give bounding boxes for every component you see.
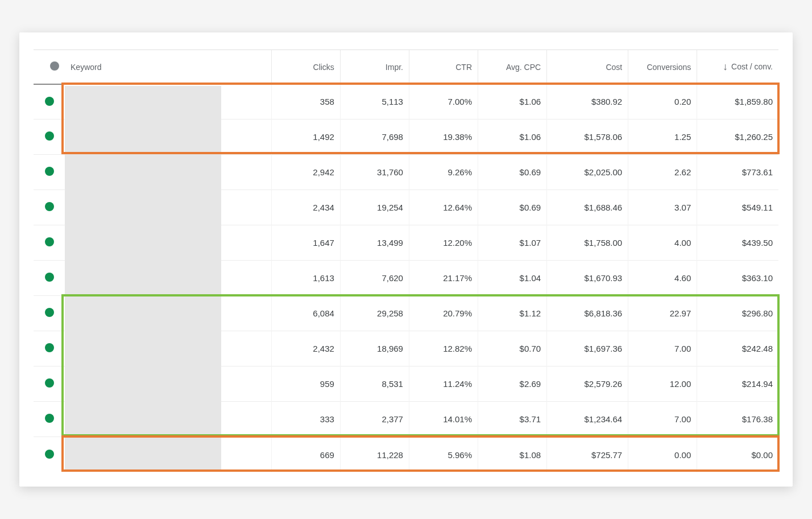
conversions-cell: 1.25 xyxy=(628,120,697,155)
status-active-icon xyxy=(45,343,54,352)
cost_conv-cell: $549.11 xyxy=(697,190,778,225)
column-header-status[interactable] xyxy=(34,50,65,84)
impr-cell: 2,377 xyxy=(340,402,409,437)
status-active-icon xyxy=(45,378,54,388)
conversions-cell: 0.00 xyxy=(628,437,697,472)
status-cell[interactable] xyxy=(34,261,65,296)
cost-cell: $380.92 xyxy=(547,84,628,120)
clicks-cell: 2,434 xyxy=(271,190,340,225)
cost_conv-cell: $1,260.25 xyxy=(697,120,778,155)
keywords-report-card: Keyword Clicks Impr. CTR Avg. CPC Cost C… xyxy=(19,32,793,487)
status-active-icon xyxy=(45,414,54,423)
cost-cell: $2,025.00 xyxy=(547,155,628,190)
cost-cell: $1,670.93 xyxy=(547,261,628,296)
cost_conv-cell: $363.10 xyxy=(697,261,778,296)
cost_conv-cell: $773.61 xyxy=(697,155,778,190)
impr-cell: 8,531 xyxy=(340,366,409,402)
avg_cpc-cell: $0.69 xyxy=(478,155,547,190)
conversions-cell: 3.07 xyxy=(628,190,697,225)
cost-cell: $1,578.06 xyxy=(547,120,628,155)
avg_cpc-cell: $3.71 xyxy=(478,402,547,437)
ctr-cell: 12.64% xyxy=(409,190,478,225)
conversions-cell: 4.00 xyxy=(628,225,697,261)
table-container: Keyword Clicks Impr. CTR Avg. CPC Cost C… xyxy=(34,50,778,472)
ctr-cell: 14.01% xyxy=(409,402,478,437)
ctr-cell: 7.00% xyxy=(409,84,478,120)
status-active-icon xyxy=(45,131,54,141)
impr-cell: 7,620 xyxy=(340,261,409,296)
status-active-icon xyxy=(45,450,54,459)
clicks-cell: 6,084 xyxy=(271,296,340,331)
status-active-icon xyxy=(45,237,54,246)
status-cell[interactable] xyxy=(34,155,65,190)
cost_conv-cell: $439.50 xyxy=(697,225,778,261)
cost-cell: $1,758.00 xyxy=(547,225,628,261)
cost-cell: $6,818.36 xyxy=(547,296,628,331)
column-header-impr[interactable]: Impr. xyxy=(340,50,409,84)
cost-conv-label: Cost / conv. xyxy=(731,62,773,72)
ctr-cell: 19.38% xyxy=(409,120,478,155)
conversions-cell: 22.97 xyxy=(628,296,697,331)
column-header-clicks[interactable]: Clicks xyxy=(271,50,340,84)
ctr-cell: 21.17% xyxy=(409,261,478,296)
status-active-icon xyxy=(45,273,54,282)
column-header-avg-cpc[interactable]: Avg. CPC xyxy=(478,50,547,84)
table-header-row: Keyword Clicks Impr. CTR Avg. CPC Cost C… xyxy=(34,50,778,84)
cost_conv-cell: $176.38 xyxy=(697,402,778,437)
status-cell[interactable] xyxy=(34,437,65,472)
conversions-cell: 7.00 xyxy=(628,402,697,437)
status-active-icon xyxy=(45,308,54,317)
cost-cell: $1,688.46 xyxy=(547,190,628,225)
status-cell[interactable] xyxy=(34,190,65,225)
cost-cell: $1,234.64 xyxy=(547,402,628,437)
status-cell[interactable] xyxy=(34,84,65,120)
ctr-cell: 9.26% xyxy=(409,155,478,190)
avg_cpc-cell: $1.07 xyxy=(478,225,547,261)
avg_cpc-cell: $0.69 xyxy=(478,190,547,225)
avg_cpc-cell: $0.70 xyxy=(478,331,547,366)
sort-descending-icon: ↓ xyxy=(723,61,728,73)
column-header-cost[interactable]: Cost xyxy=(547,50,628,84)
impr-cell: 13,499 xyxy=(340,225,409,261)
column-header-keyword[interactable]: Keyword xyxy=(65,50,271,84)
cost-cell: $2,579.26 xyxy=(547,366,628,402)
cost-cell: $725.77 xyxy=(547,437,628,472)
impr-cell: 19,254 xyxy=(340,190,409,225)
clicks-cell: 669 xyxy=(271,437,340,472)
avg_cpc-cell: $1.04 xyxy=(478,261,547,296)
conversions-cell: 0.20 xyxy=(628,84,697,120)
impr-cell: 29,258 xyxy=(340,296,409,331)
clicks-cell: 1,647 xyxy=(271,225,340,261)
clicks-cell: 2,942 xyxy=(271,155,340,190)
status-cell[interactable] xyxy=(34,296,65,331)
redacted-keyword-overlay xyxy=(65,86,221,469)
conversions-cell: 12.00 xyxy=(628,366,697,402)
column-header-conversions[interactable]: Conversions xyxy=(628,50,697,84)
conversions-cell: 4.60 xyxy=(628,261,697,296)
avg_cpc-cell: $1.08 xyxy=(478,437,547,472)
impr-cell: 5,113 xyxy=(340,84,409,120)
status-cell[interactable] xyxy=(34,225,65,261)
cost_conv-cell: $1,859.80 xyxy=(697,84,778,120)
clicks-cell: 1,613 xyxy=(271,261,340,296)
clicks-cell: 358 xyxy=(271,84,340,120)
column-header-cost-conv[interactable]: ↓ Cost / conv. xyxy=(697,50,778,84)
status-cell[interactable] xyxy=(34,120,65,155)
status-cell[interactable] xyxy=(34,331,65,366)
status-active-icon xyxy=(45,167,54,176)
column-header-ctr[interactable]: CTR xyxy=(409,50,478,84)
ctr-cell: 5.96% xyxy=(409,437,478,472)
cost_conv-cell: $296.80 xyxy=(697,296,778,331)
status-active-icon xyxy=(45,97,54,106)
impr-cell: 31,760 xyxy=(340,155,409,190)
conversions-cell: 2.62 xyxy=(628,155,697,190)
status-cell[interactable] xyxy=(34,366,65,402)
status-active-icon xyxy=(45,202,54,211)
cost-cell: $1,697.36 xyxy=(547,331,628,366)
cost_conv-cell: $214.94 xyxy=(697,366,778,402)
status-cell[interactable] xyxy=(34,402,65,437)
conversions-cell: 7.00 xyxy=(628,331,697,366)
status-header-dot-icon xyxy=(50,61,59,71)
ctr-cell: 12.82% xyxy=(409,331,478,366)
cost_conv-cell: $242.48 xyxy=(697,331,778,366)
